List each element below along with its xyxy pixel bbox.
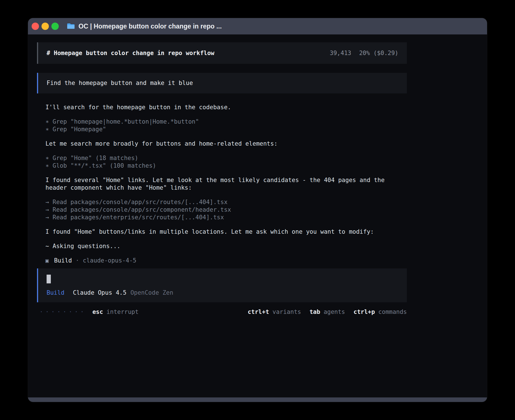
esc-key-hint: esc	[92, 309, 103, 315]
assistant-message: I'll search for the homepage button in t…	[45, 104, 398, 111]
tool-call-group: → Read packages/console/app/src/routes/[…	[45, 198, 398, 221]
shortcut-commands: ctrl+p commands	[353, 309, 407, 315]
shortcut-key: tab	[309, 309, 320, 315]
esc-key-label: interrupt	[106, 309, 139, 315]
shortcut-key: ctrl+t	[248, 309, 269, 315]
text-cursor	[47, 275, 51, 283]
spinner-dots: ········	[40, 309, 86, 315]
tool-call-line: ∗ Glob "**/*.tsx" (100 matches)	[45, 162, 398, 170]
tool-call-line: ∗ Grep "Homepage"	[45, 126, 398, 133]
window-title: OC | Homepage button color change in rep…	[78, 23, 222, 30]
zoom-button[interactable]	[51, 23, 59, 30]
mode-indicator[interactable]: Build	[47, 289, 64, 297]
window-title-group: OC | Homepage button color change in rep…	[67, 23, 222, 30]
minimize-button[interactable]	[42, 23, 49, 30]
token-count: 39,413	[330, 50, 351, 56]
read-file-line: → Read packages/enterprise/src/routes/[.…	[45, 214, 398, 221]
shortcut-key: ctrl+p	[353, 309, 375, 315]
shortcut-agents: tab agents	[309, 309, 345, 315]
session-stats: 39,413 20% ($0.29)	[330, 50, 398, 56]
shortcut-label: agents	[324, 309, 345, 315]
context-usage: 20% ($0.29)	[359, 50, 398, 56]
input-footer: Build Claude Opus 4.5 OpenCode Zen	[47, 289, 398, 297]
status-shortcuts: ctrl+t variants tab agents ctrl+p comman…	[248, 309, 407, 315]
folder-icon	[67, 23, 75, 30]
agent-separator: ·	[76, 257, 79, 264]
status-left: ········ esc interrupt	[40, 309, 139, 315]
user-message: Find the homepage button and make it blu…	[37, 73, 407, 93]
terminal-content: # Homepage button color change in repo w…	[28, 34, 487, 397]
read-file-line: → Read packages/console/app/src/routes/[…	[45, 198, 398, 206]
assistant-message: Let me search more broadly for buttons a…	[45, 140, 398, 148]
agent-model: claude-opus-4-5	[83, 257, 136, 264]
shortcut-variants: ctrl+t variants	[248, 309, 301, 315]
conversation: I'll search for the homepage button in t…	[37, 93, 407, 264]
agent-icon: ▣	[45, 257, 49, 264]
assistant-message: I found several "Home" links. Let me loo…	[45, 176, 398, 192]
agent-name: Build	[54, 257, 72, 264]
tool-call-group: ∗ Grep "homepage|home.*button|Home.*butt…	[45, 118, 398, 133]
shortcut-label: variants	[272, 309, 301, 315]
prompt-input[interactable]: Build Claude Opus 4.5 OpenCode Zen	[37, 268, 407, 302]
session-title: # Homepage button color change in repo w…	[47, 50, 214, 56]
status-bar: ········ esc interrupt ctrl+t variants t…	[37, 309, 407, 315]
close-button[interactable]	[32, 23, 39, 30]
shortcut-label: commands	[378, 309, 407, 315]
provider-name: OpenCode Zen	[130, 289, 173, 297]
user-message-text: Find the homepage button and make it blu…	[47, 80, 193, 86]
window-titlebar[interactable]: OC | Homepage button color change in rep…	[28, 18, 487, 34]
read-file-line: → Read packages/console/app/src/componen…	[45, 206, 398, 214]
traffic-lights	[32, 23, 59, 30]
status-message: ~ Asking questions...	[45, 242, 398, 250]
terminal-window: OC | Homepage button color change in rep…	[28, 18, 487, 402]
tool-call-line: ∗ Grep "homepage|home.*button|Home.*butt…	[45, 118, 398, 126]
agent-badge: ▣ Build · claude-opus-4-5	[45, 257, 398, 264]
tool-call-group: ∗ Grep "Home" (18 matches) ∗ Glob "**/*.…	[45, 154, 398, 170]
model-name[interactable]: Claude Opus 4.5	[73, 289, 126, 297]
tool-call-line: ∗ Grep "Home" (18 matches)	[45, 154, 398, 162]
assistant-message: I found "Home" buttons/links in multiple…	[45, 228, 398, 236]
session-header: # Homepage button color change in repo w…	[37, 42, 407, 64]
